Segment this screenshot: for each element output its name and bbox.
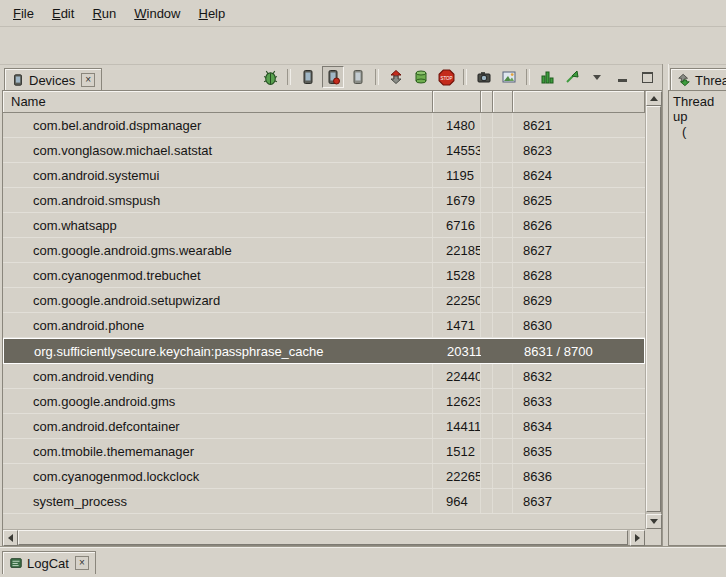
- process-port: 8628: [513, 263, 645, 287]
- process-name: com.android.systemui: [3, 163, 433, 187]
- cell-blank: [493, 138, 513, 162]
- minimize-icon[interactable]: [611, 66, 633, 88]
- cause-gc-icon[interactable]: [561, 66, 583, 88]
- cell-blank: [481, 288, 493, 312]
- cell-blank: [481, 364, 493, 388]
- column-header-port[interactable]: [513, 91, 645, 113]
- process-port: 8636: [513, 464, 645, 488]
- menu-file[interactable]: File: [4, 3, 43, 24]
- menu-help[interactable]: Help: [189, 3, 234, 24]
- device-tab-icon: [11, 73, 25, 87]
- tab-logcat-close-icon[interactable]: ×: [75, 556, 89, 570]
- tab-threads[interactable]: Threads: [670, 68, 726, 91]
- vertical-scrollbar[interactable]: [645, 91, 661, 529]
- scroll-down-button[interactable]: [646, 514, 662, 529]
- table-header-row: Name: [3, 91, 645, 113]
- process-port: 8626: [513, 213, 645, 237]
- ui-hierarchy-icon[interactable]: [498, 66, 520, 88]
- column-header-name[interactable]: Name: [3, 91, 433, 113]
- heap-dump-icon[interactable]: [536, 66, 558, 88]
- horizontal-scrollbar[interactable]: [3, 529, 645, 545]
- device-offline-icon[interactable]: [347, 66, 369, 88]
- horizontal-scroll-track[interactable]: [18, 530, 630, 545]
- threads-panel: Threads Thread up (: [668, 64, 726, 546]
- process-port: 8634: [513, 414, 645, 438]
- column-header-pid[interactable]: [433, 91, 481, 113]
- table-row[interactable]: system_process9648637: [3, 489, 645, 514]
- process-pid: 12623: [433, 389, 481, 413]
- process-port: 8635: [513, 439, 645, 463]
- menu-bar: FileEditRunWindowHelp: [0, 0, 726, 27]
- cell-blank: [481, 213, 493, 237]
- tab-logcat[interactable]: LogCat ×: [2, 551, 96, 574]
- table-row[interactable]: com.whatsapp67168626: [3, 213, 645, 238]
- threads-tabbar: Threads: [668, 64, 726, 90]
- cell-blank: [481, 439, 493, 463]
- table-row[interactable]: com.android.defcontainer144118634: [3, 414, 645, 439]
- cell-blank: [493, 238, 513, 262]
- table-row[interactable]: com.cyanogenmod.lockclock222658636: [3, 464, 645, 489]
- cell-blank: [493, 288, 513, 312]
- menu-run[interactable]: Run: [83, 3, 125, 24]
- process-pid: 964: [433, 489, 481, 513]
- scroll-up-button[interactable]: [646, 91, 662, 106]
- process-name: com.android.smspush: [3, 188, 433, 212]
- process-name: com.bel.android.dspmanager: [3, 113, 433, 137]
- cell-blank: [481, 464, 493, 488]
- table-row[interactable]: com.android.smspush16798625: [3, 188, 645, 213]
- menu-edit[interactable]: Edit: [43, 3, 83, 24]
- table-row[interactable]: com.android.vending224408632: [3, 364, 645, 389]
- process-name: com.cyanogenmod.lockclock: [3, 464, 433, 488]
- tab-threads-label: Threads: [695, 73, 726, 88]
- horizontal-scroll-thumb[interactable]: [18, 530, 628, 545]
- process-port: 8621: [513, 113, 645, 137]
- view-menu-chevron-icon[interactable]: [586, 66, 608, 88]
- scroll-left-button[interactable]: [3, 530, 18, 546]
- device-debug-selected-icon[interactable]: [322, 66, 344, 88]
- process-name: com.google.android.gms.wearable: [3, 238, 433, 262]
- process-pid: 1528: [433, 263, 481, 287]
- process-port: 8627: [513, 238, 645, 262]
- table-row[interactable]: com.google.android.setupwizard222508629: [3, 288, 645, 313]
- tab-devices-close-icon[interactable]: ×: [81, 73, 95, 87]
- update-threads-icon[interactable]: [385, 66, 407, 88]
- process-name: com.tmobile.thememanager: [3, 439, 433, 463]
- tab-devices[interactable]: Devices ×: [4, 68, 102, 91]
- screenshot-icon[interactable]: [473, 66, 495, 88]
- table-row[interactable]: com.google.android.gms.wearable221858627: [3, 238, 645, 263]
- table-row[interactable]: org.sufficientlysecure.keychain:passphra…: [3, 338, 645, 364]
- process-pid: 6716: [433, 213, 481, 237]
- cell-blank: [494, 339, 514, 363]
- process-pid: 22265: [433, 464, 481, 488]
- table-row[interactable]: com.google.android.gms126238633: [3, 389, 645, 414]
- scroll-right-button[interactable]: [630, 530, 645, 546]
- vertical-scroll-track[interactable]: [646, 106, 661, 514]
- cell-blank: [493, 263, 513, 287]
- threads-message-line2: (: [673, 124, 726, 139]
- table-row[interactable]: com.tmobile.thememanager15128635: [3, 439, 645, 464]
- cell-blank: [493, 313, 513, 337]
- process-pid: 1512: [433, 439, 481, 463]
- cell-blank: [493, 389, 513, 413]
- process-pid: 20311: [434, 339, 482, 363]
- stop-process-icon[interactable]: STOP: [435, 66, 457, 88]
- table-row[interactable]: com.vonglasow.michael.satstat145538623: [3, 138, 645, 163]
- process-name: com.vonglasow.michael.satstat: [3, 138, 433, 162]
- process-port: 8631 / 8700: [514, 339, 644, 363]
- process-pid: 14411: [433, 414, 481, 438]
- debug-attach-icon[interactable]: [259, 66, 281, 88]
- device-online-icon[interactable]: [297, 66, 319, 88]
- maximize-icon[interactable]: [636, 66, 658, 88]
- column-header-blank2[interactable]: [493, 91, 513, 113]
- process-name: org.sufficientlysecure.keychain:passphra…: [4, 339, 434, 363]
- device-table-body: com.bel.android.dspmanager14808621com.vo…: [3, 113, 645, 514]
- column-header-blank1[interactable]: [481, 91, 493, 113]
- menu-window[interactable]: Window: [125, 3, 189, 24]
- cell-blank: [493, 439, 513, 463]
- vertical-scroll-thumb[interactable]: [646, 106, 661, 512]
- update-heap-icon[interactable]: [410, 66, 432, 88]
- table-row[interactable]: com.android.systemui11958624: [3, 163, 645, 188]
- table-row[interactable]: com.android.phone14718630: [3, 313, 645, 338]
- table-row[interactable]: com.bel.android.dspmanager14808621: [3, 113, 645, 138]
- table-row[interactable]: com.cyanogenmod.trebuchet15288628: [3, 263, 645, 288]
